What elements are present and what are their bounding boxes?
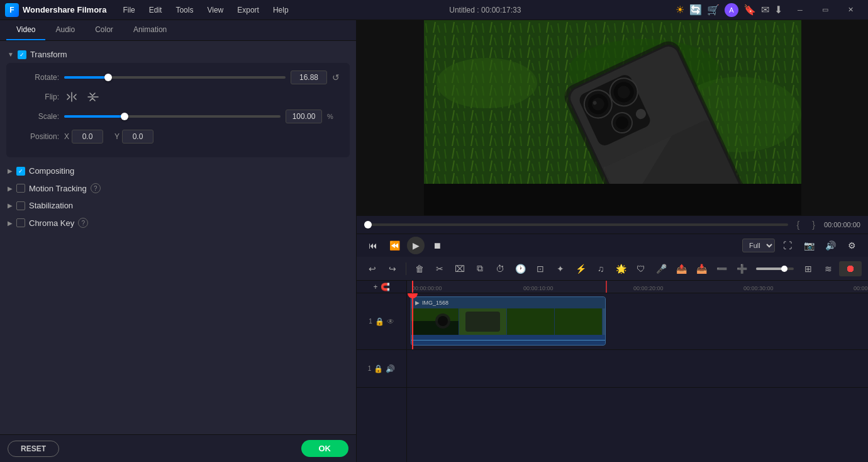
- right-panel: { } 00:00:00:00 ⏮ ⏪ ▶ ⏹ Full 1/2 1/4 ⛶ 📷…: [357, 20, 868, 462]
- mask-button[interactable]: 🛡: [632, 259, 650, 278]
- position-x-label: X: [64, 132, 69, 141]
- rotate-slider[interactable]: [64, 76, 286, 79]
- rotate-slider-fill: [64, 76, 108, 79]
- user-avatar[interactable]: A: [725, 3, 738, 17]
- flip-vertical-button[interactable]: [86, 91, 101, 103]
- progress-thumb[interactable]: [364, 221, 372, 228]
- motion-tracking-help-icon[interactable]: ?: [91, 183, 101, 193]
- zoom-out-button[interactable]: ➖: [712, 259, 731, 278]
- playhead[interactable]: [412, 293, 413, 349]
- chroma-key-section-header[interactable]: ▶ Chroma Key ?: [0, 214, 356, 232]
- update-icon[interactable]: 🔄: [689, 4, 702, 16]
- rotate-value-input[interactable]: [291, 70, 327, 84]
- svg-rect-28: [411, 321, 459, 335]
- stabilization-checkbox[interactable]: [16, 201, 25, 210]
- download-icon[interactable]: ⬇: [774, 4, 782, 16]
- stabilization-section-header[interactable]: ▶ Stabilization: [0, 197, 356, 214]
- scale-slider-fill: [64, 115, 125, 118]
- tab-animation[interactable]: Animation: [123, 20, 177, 40]
- waveform-button[interactable]: ≋: [819, 259, 838, 278]
- video-track-lock-icon[interactable]: 🔒: [375, 317, 384, 326]
- zoom-button[interactable]: ⊡: [531, 259, 550, 278]
- tab-color[interactable]: Color: [85, 20, 123, 40]
- clip-thumb-3: [507, 308, 555, 335]
- clip-thumb-2: [459, 308, 507, 335]
- menu-view[interactable]: View: [201, 3, 230, 17]
- audio-detach-button[interactable]: ♫: [591, 259, 610, 278]
- position-x-input[interactable]: [72, 130, 103, 144]
- undo-button[interactable]: ↩: [363, 259, 382, 278]
- ok-button[interactable]: OK: [301, 440, 349, 457]
- scale-row: Scale: %: [16, 110, 340, 123]
- speed-button[interactable]: ⏱: [491, 259, 509, 278]
- bookmark-icon[interactable]: 🔖: [743, 4, 756, 16]
- menu-edit[interactable]: Edit: [143, 3, 169, 17]
- menu-tools[interactable]: Tools: [169, 3, 199, 17]
- scale-slider-thumb[interactable]: [121, 113, 128, 120]
- left-panel: Video Audio Color Animation ▼ ✓ Transfor…: [0, 20, 357, 462]
- bracket-right-icon[interactable]: }: [812, 220, 815, 230]
- fullscreen-button[interactable]: ⛶: [779, 237, 796, 254]
- quality-select[interactable]: Full 1/2 1/4: [742, 239, 775, 252]
- maximize-button[interactable]: ▭: [813, 0, 838, 20]
- record-button[interactable]: ⏺: [839, 261, 862, 276]
- scale-value-input[interactable]: [286, 110, 322, 123]
- rotate-slider-thumb[interactable]: [104, 74, 112, 81]
- delete-button[interactable]: 🗑: [410, 259, 429, 278]
- chroma-key-help-icon[interactable]: ?: [78, 218, 88, 228]
- video-progress-bar[interactable]: [364, 223, 788, 226]
- tab-audio[interactable]: Audio: [45, 20, 85, 40]
- mail-icon[interactable]: ✉: [761, 4, 769, 16]
- copy-button[interactable]: ⧉: [470, 259, 489, 278]
- minimize-button[interactable]: ─: [787, 0, 813, 20]
- magnetic-button[interactable]: 🧲: [381, 283, 390, 291]
- effect-button[interactable]: ✦: [551, 259, 570, 278]
- cut-button[interactable]: ✂: [430, 259, 449, 278]
- transform-section-header[interactable]: ▼ ✓ Transform: [0, 46, 356, 63]
- menu-help[interactable]: Help: [267, 3, 295, 17]
- zoom-in-button[interactable]: ➕: [732, 259, 751, 278]
- rotate-reset-icon[interactable]: ↺: [332, 72, 340, 82]
- snapshot-button[interactable]: 📷: [800, 237, 818, 254]
- menu-export[interactable]: Export: [231, 3, 265, 17]
- light-icon[interactable]: ☀: [676, 4, 684, 16]
- export-button[interactable]: 📤: [672, 259, 691, 278]
- play-button[interactable]: ▶: [407, 237, 425, 254]
- motion-tracking-section-header[interactable]: ▶ Motion Tracking ?: [0, 179, 356, 197]
- timeline-zoom-slider[interactable]: [756, 268, 794, 270]
- skip-back-button[interactable]: ⏮: [364, 237, 382, 254]
- settings-button[interactable]: ⚙: [843, 237, 860, 254]
- ruler-mark-1: 00:00:10:00: [523, 285, 554, 291]
- close-button[interactable]: ✕: [838, 0, 863, 20]
- compositing-checkbox[interactable]: ✓: [16, 167, 25, 176]
- render-preview-button[interactable]: 🌟: [611, 259, 630, 278]
- video-track-visibility-icon[interactable]: 👁: [387, 317, 394, 326]
- frame-back-button[interactable]: ⏪: [386, 237, 403, 254]
- transform-checkbox[interactable]: ✓: [18, 50, 26, 59]
- reset-button[interactable]: RESET: [8, 441, 59, 457]
- crop-button[interactable]: ⌧: [450, 259, 469, 278]
- timer-button[interactable]: 🕐: [511, 259, 530, 278]
- mic-button[interactable]: 🎤: [652, 259, 670, 278]
- add-track-button[interactable]: +: [373, 283, 377, 291]
- bracket-left-icon[interactable]: {: [797, 220, 800, 230]
- compositing-section-header[interactable]: ▶ ✓ Compositing: [0, 162, 356, 179]
- audio-track-volume-icon[interactable]: 🔊: [386, 364, 395, 373]
- audio-track-lock-icon[interactable]: 🔒: [374, 364, 383, 373]
- volume-button[interactable]: 🔊: [821, 237, 839, 254]
- redo-button[interactable]: ↪: [383, 259, 402, 278]
- fit-button[interactable]: ⊞: [799, 259, 818, 278]
- properties-panel: ▼ ✓ Transform Rotate: ↺ Flip:: [0, 41, 356, 434]
- menu-file[interactable]: File: [116, 3, 141, 17]
- motion-tracking-checkbox[interactable]: [16, 184, 25, 193]
- video-clip[interactable]: ▶ IMG_1568: [411, 296, 606, 346]
- chroma-key-checkbox[interactable]: [16, 218, 25, 227]
- flip-horizontal-button[interactable]: [64, 91, 79, 103]
- scale-slider[interactable]: [64, 115, 281, 118]
- cart-icon[interactable]: 🛒: [707, 4, 720, 16]
- import-button[interactable]: 📥: [692, 259, 711, 278]
- split-button[interactable]: ⚡: [571, 259, 590, 278]
- position-y-input[interactable]: [122, 130, 153, 144]
- tab-video[interactable]: Video: [6, 20, 45, 40]
- stop-button[interactable]: ⏹: [428, 237, 446, 254]
